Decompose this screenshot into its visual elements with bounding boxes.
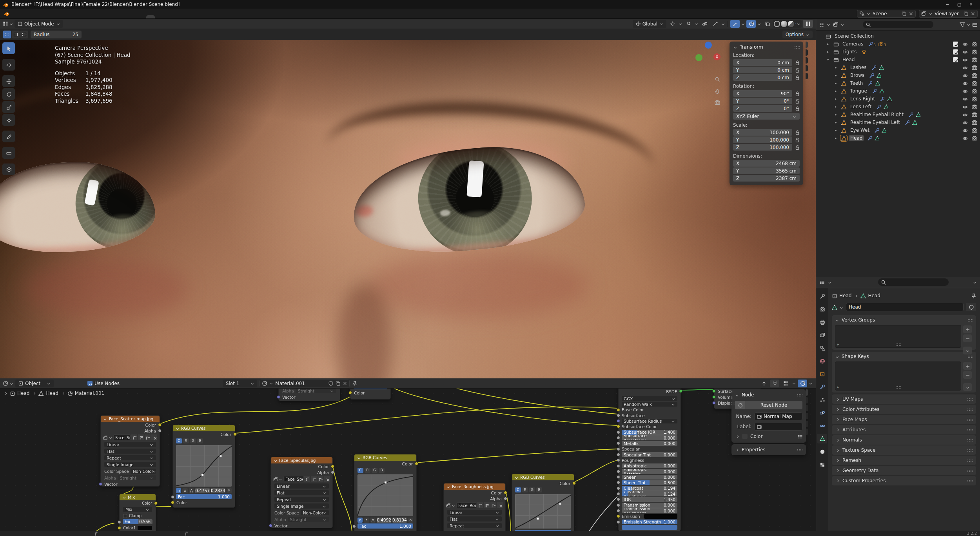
input-socket[interactable]: [617, 514, 620, 518]
color-swatch[interactable]: [742, 434, 748, 439]
node-label-field[interactable]: [754, 423, 802, 431]
sidebar-tab[interactable]: [806, 42, 808, 48]
hide-eye-icon[interactable]: [962, 136, 967, 141]
outliner-row[interactable]: ▸ Lens Left: [816, 103, 980, 111]
disclosure-arrow[interactable]: ▸: [835, 105, 840, 109]
copy-icon[interactable]: [901, 11, 906, 16]
folder-icon[interactable]: [318, 476, 323, 482]
collapsed-panel[interactable]: Texture Space: [832, 445, 976, 455]
source-dropdown[interactable]: Single Image: [104, 462, 156, 467]
curve-handle-auto[interactable]: ∩: [358, 518, 363, 523]
disclosure-arrow[interactable]: ▸: [835, 89, 840, 93]
properties-tab[interactable]: [817, 408, 827, 418]
curve-channel-button[interactable]: R: [183, 438, 189, 443]
breadcrumb-object[interactable]: Head: [839, 293, 851, 298]
node-face-roughness[interactable]: Face_Roughness.jpg Color Alpha Face_Roug…: [443, 483, 506, 531]
shield-icon[interactable]: [304, 476, 310, 482]
outliner-item-label[interactable]: Tongue: [849, 88, 869, 94]
rotation-order-dropdown[interactable]: XYZ Euler: [733, 113, 800, 120]
input-socket[interactable]: [617, 520, 620, 524]
lock-icon[interactable]: [795, 130, 800, 135]
properties-editor-icon[interactable]: [819, 280, 824, 285]
properties-tab[interactable]: [817, 434, 827, 443]
transform-field[interactable]: Y100.000: [733, 136, 792, 143]
bsdf-row[interactable]: Emission Strength Emission Strength1.000…: [622, 520, 677, 525]
extension-dropdown[interactable]: Repeat: [274, 497, 329, 502]
copy-icon[interactable]: [484, 502, 490, 508]
properties-search-input[interactable]: [878, 278, 949, 286]
mode-selector[interactable]: Object Mode: [15, 20, 63, 28]
collapsed-panel[interactable]: Geometry Data: [832, 466, 976, 475]
fake-user-shield-button[interactable]: [966, 303, 976, 311]
alpha-output-socket[interactable]: [158, 429, 162, 432]
displacement-input-socket[interactable]: [712, 401, 716, 405]
node-color-row[interactable]: Color: [735, 434, 802, 439]
bsdf-row[interactable]: Random Walk Random Walk Random Walk Rand…: [622, 402, 677, 407]
viewport-3d[interactable]: Object Mode Global: [0, 19, 816, 378]
bsdf-row[interactable]: Transmission Roughness Transmission Roug…: [622, 508, 677, 513]
workspace-tab[interactable]: [129, 15, 138, 18]
shader-editor[interactable]: Object Use Nodes Slot 1 Material.001: [0, 378, 816, 531]
options-dropdown[interactable]: Options: [782, 31, 813, 38]
outliner-item-label[interactable]: Head: [849, 135, 864, 141]
gizmo-toggle[interactable]: [730, 20, 740, 28]
properties-tab[interactable]: [817, 395, 827, 405]
outliner-item-label[interactable]: Cameras: [841, 41, 865, 47]
hide-eye-icon[interactable]: [962, 49, 967, 55]
projection-dropdown[interactable]: Flat: [274, 490, 329, 495]
sidebar-tab[interactable]: [806, 57, 808, 64]
bsdf-row[interactable]: Clearcoat Roughness Clearcoat Roughness0…: [622, 491, 677, 496]
disclosure-arrow[interactable]: ▸: [827, 50, 833, 54]
outliner-row[interactable]: Scene Collection: [816, 32, 980, 40]
outliner-item-label[interactable]: Teeth: [849, 80, 864, 86]
material-selector[interactable]: Material.001: [260, 380, 350, 387]
select-subtract-icon[interactable]: [20, 31, 28, 38]
colorspace-dropdown[interactable]: Non-Color: [131, 469, 156, 474]
material-shading-icon[interactable]: [788, 21, 794, 27]
disclosure-arrow[interactable]: ▸: [827, 42, 833, 46]
collection-checkbox[interactable]: [953, 57, 958, 62]
remove-button[interactable]: [963, 334, 972, 342]
shield-icon[interactable]: [131, 434, 137, 440]
lock-icon[interactable]: [795, 106, 800, 111]
input-socket[interactable]: [617, 431, 620, 434]
add-button[interactable]: [963, 325, 972, 333]
shader-menu-item[interactable]: [62, 383, 69, 384]
surface-input-socket[interactable]: [712, 389, 716, 393]
close-icon[interactable]: [970, 11, 975, 16]
hide-eye-icon[interactable]: [962, 81, 967, 86]
input-socket[interactable]: [617, 487, 620, 490]
curve-channel-button[interactable]: G: [529, 487, 535, 492]
bsdf-output-socket[interactable]: [679, 389, 682, 393]
interpolation-dropdown[interactable]: Linear: [447, 510, 502, 515]
bsdf-row[interactable]: Subsurface Radius Subsurface Radius Subs…: [622, 418, 677, 423]
collapsed-panel[interactable]: Color Attributes: [832, 405, 976, 414]
curve-channel-button[interactable]: B: [197, 438, 203, 443]
orientation-selector[interactable]: Global: [633, 20, 666, 28]
tool-button[interactable]: [2, 88, 15, 100]
outliner-item-label[interactable]: Lens Right: [849, 96, 877, 102]
node-properties-panel[interactable]: Properties: [731, 444, 806, 455]
hide-eye-icon[interactable]: [962, 42, 967, 47]
pin-icon[interactable]: [352, 381, 357, 386]
copy-icon[interactable]: [963, 11, 968, 16]
render-visibility-icon[interactable]: [972, 57, 977, 62]
curve-x-value[interactable]: 0.4757: [195, 488, 210, 493]
outliner-row[interactable]: ▸ Brows: [816, 71, 980, 79]
copy-icon[interactable]: [138, 434, 144, 440]
bsdf-row[interactable]: Transmission Transmission0.000 Transmiss…: [622, 503, 677, 508]
render-visibility-icon[interactable]: [972, 112, 977, 117]
close-icon[interactable]: [151, 434, 157, 440]
filter-icon[interactable]: [960, 22, 965, 27]
shader-menu-item[interactable]: [69, 383, 76, 384]
outliner-scope-icon[interactable]: [833, 22, 838, 27]
input-socket[interactable]: [617, 453, 620, 456]
collapsed-panel[interactable]: Face Maps: [832, 415, 976, 424]
disclosure-arrow[interactable]: ▸: [835, 136, 840, 140]
shading-mode-group[interactable]: [773, 20, 802, 28]
minimize-button[interactable]: ─: [942, 2, 953, 7]
select-mode-group[interactable]: [3, 31, 28, 38]
workspace-tab[interactable]: [86, 15, 94, 18]
falloff-button[interactable]: [710, 20, 720, 28]
remove-button[interactable]: [963, 371, 972, 379]
